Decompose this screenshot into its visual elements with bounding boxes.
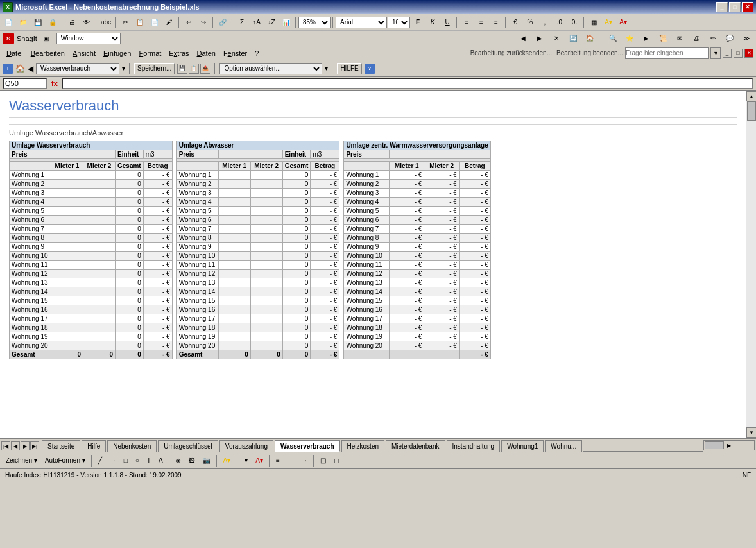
table-cell[interactable]: Wohnung 18 (10, 323, 51, 332)
table-cell[interactable] (250, 332, 282, 341)
table-cell[interactable] (51, 270, 83, 278)
table-cell[interactable]: 0 (282, 225, 311, 234)
table-row[interactable]: Wohnung 120- € (10, 270, 173, 278)
web-fav-btn[interactable]: ⭐ (623, 32, 637, 45)
table-cell[interactable]: 0 (116, 198, 144, 207)
tab-umlageschluessel[interactable]: Umlageschlüssel (158, 440, 218, 452)
table-cell[interactable]: 0 (282, 234, 311, 243)
table-cell[interactable]: 0 (116, 278, 144, 287)
table-cell[interactable] (250, 278, 282, 287)
table-cell[interactable]: Wohnung 17 (344, 314, 390, 323)
bearbeitung-beenden-btn[interactable]: Bearbeitung beenden... (556, 49, 623, 56)
table-cell[interactable]: Wohnung 10 (344, 252, 390, 261)
table-cell[interactable]: Wohnung 12 (176, 270, 218, 278)
redo-button[interactable]: ↪ (196, 16, 210, 29)
table-cell[interactable]: - € (390, 180, 424, 189)
table-cell[interactable]: 0 (282, 278, 311, 287)
table-cell[interactable]: - € (311, 207, 339, 216)
sheet-scrollbar[interactable]: ▶ (703, 440, 755, 450)
table-cell[interactable] (51, 314, 83, 323)
table-cell[interactable] (218, 270, 250, 278)
align-right-button[interactable]: ≡ (489, 16, 503, 29)
table-cell[interactable] (250, 305, 282, 314)
table-cell[interactable]: - € (143, 314, 172, 323)
table-cell[interactable]: 0 (116, 189, 144, 198)
table-cell[interactable] (83, 341, 116, 350)
table-cell[interactable]: - € (390, 323, 424, 332)
table-cell[interactable] (250, 216, 282, 225)
table-cell[interactable]: - € (459, 189, 490, 198)
hilfe-button[interactable]: HILFE (337, 63, 361, 74)
table-cell[interactable] (83, 189, 116, 198)
table-row[interactable]: Wohnung 100- € (10, 252, 173, 261)
table-cell[interactable]: Wohnung 6 (176, 216, 218, 225)
table-cell[interactable]: - € (424, 278, 459, 287)
table-cell[interactable]: - € (311, 296, 339, 305)
table-row[interactable]: Wohnung 180- € (176, 323, 339, 332)
table-cell[interactable]: - € (390, 278, 424, 287)
table-cell[interactable]: Wohnung 7 (10, 225, 51, 234)
table-cell[interactable]: Wohnung 16 (10, 305, 51, 314)
open-button[interactable]: 📁 (16, 16, 30, 29)
table-cell[interactable]: - € (424, 261, 459, 270)
help-minimize-btn[interactable]: _ (723, 49, 732, 58)
table-cell[interactable]: - € (390, 252, 424, 261)
table-cell[interactable]: Wohnung 13 (344, 278, 390, 287)
table-cell[interactable]: Wohnung 15 (10, 296, 51, 305)
table-cell[interactable]: - € (390, 314, 424, 323)
fill-color-draw[interactable]: A▾ (220, 454, 234, 467)
table-cell[interactable] (51, 341, 83, 350)
help-search-input[interactable] (625, 47, 709, 59)
table-cell[interactable] (51, 225, 83, 234)
table-cell[interactable]: - € (424, 323, 459, 332)
table-cell[interactable]: - € (459, 305, 490, 314)
table-cell[interactable]: 0 (282, 341, 311, 350)
table-row[interactable]: Wohnung 200- € (10, 341, 173, 350)
table-cell[interactable]: - € (424, 287, 459, 296)
save-button[interactable]: 💾 (31, 16, 45, 29)
tab-hilfe[interactable]: Hilfe (82, 440, 106, 452)
table-cell[interactable]: - € (459, 332, 490, 341)
table-cell[interactable]: - € (390, 234, 424, 243)
table-row[interactable]: Wohnung 190- € (10, 332, 173, 341)
help-go-button[interactable]: ▾ (710, 47, 721, 59)
web-search-btn[interactable]: 🔍 (606, 32, 620, 45)
table-cell[interactable]: - € (143, 305, 172, 314)
web-extra-btn[interactable]: ≫ (739, 32, 753, 45)
table-cell[interactable]: - € (390, 341, 424, 350)
web-edit-btn[interactable]: ✏ (706, 32, 720, 45)
table-cell[interactable] (83, 287, 116, 296)
table-cell[interactable]: Wohnung 1 (10, 171, 51, 180)
table-cell[interactable] (51, 207, 83, 216)
table-cell[interactable] (218, 296, 250, 305)
table-cell[interactable] (250, 270, 282, 278)
table-row[interactable]: Wohnung 170- € (10, 314, 173, 323)
table-cell[interactable]: - € (424, 225, 459, 234)
table-cell[interactable]: Wohnung 7 (176, 225, 218, 234)
table-cell[interactable]: - € (143, 252, 172, 261)
table-row[interactable]: Wohnung 190- € (176, 332, 339, 341)
table-cell[interactable] (83, 207, 116, 216)
table-cell[interactable]: - € (311, 341, 339, 350)
table-cell[interactable]: - € (311, 261, 339, 270)
table-cell[interactable]: 0 (116, 287, 144, 296)
table-cell[interactable] (83, 332, 116, 341)
decrease-dec-button[interactable]: 0. (567, 16, 581, 29)
table-row[interactable]: Wohnung 18- €- €- € (344, 323, 490, 332)
table-row[interactable]: Wohnung 19- €- €- € (344, 332, 490, 341)
menu-daten[interactable]: Daten (193, 47, 219, 60)
table-cell[interactable]: 0 (116, 296, 144, 305)
table-cell[interactable]: - € (424, 296, 459, 305)
table-cell[interactable]: 0 (282, 261, 311, 270)
table-cell[interactable]: Wohnung 16 (176, 305, 218, 314)
table-row[interactable]: Wohnung 120- € (176, 270, 339, 278)
table-row[interactable]: Wohnung 200- € (176, 341, 339, 350)
table-cell[interactable] (218, 180, 250, 189)
option-arrow[interactable]: ▾ (325, 65, 328, 72)
table-cell[interactable]: Wohnung 20 (10, 341, 51, 350)
table-cell[interactable]: - € (459, 323, 490, 332)
table-row[interactable]: Wohnung 1- €- €- € (344, 171, 490, 180)
table-row[interactable]: Wohnung 3- €- €- € (344, 189, 490, 198)
table-cell[interactable]: Wohnung 3 (176, 189, 218, 198)
table-cell[interactable] (218, 216, 250, 225)
